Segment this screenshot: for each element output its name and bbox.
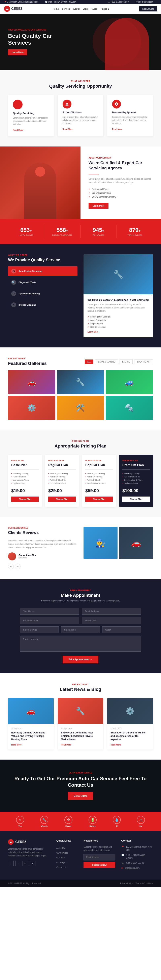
- pricing-btn-2[interactable]: Choose Plan: [85, 496, 113, 502]
- service-item-2[interactable]: ○ Tyre/wheel Cleaning: [8, 289, 78, 298]
- footer-terms-link[interactable]: Terms & Conditions: [135, 882, 153, 885]
- gallery-tab-all[interactable]: ALL: [85, 360, 94, 364]
- service-item-label-3: Interior Cleaning: [19, 304, 36, 306]
- blog-card-meta-0: 25 May, 2023: [11, 727, 51, 729]
- newsletter-subscribe-button[interactable]: Subscribe Now: [83, 862, 115, 868]
- blog-card-2: ⚙️ 27 May, 2023 Education of US self as …: [107, 698, 153, 749]
- testimonial-next-button[interactable]: →: [15, 564, 21, 569]
- stat-1: 558+ Projects Complete: [44, 225, 81, 238]
- quality-read-more-0[interactable]: Read More: [13, 129, 23, 131]
- gallery-tab-engine[interactable]: ENGINE: [120, 360, 132, 364]
- newsletter-email-input[interactable]: [83, 854, 115, 861]
- appointment-form: Take Appointment →: [20, 608, 141, 663]
- form-message-textarea[interactable]: [20, 636, 141, 652]
- services-read-more-link[interactable]: Learn More: [88, 331, 99, 333]
- pricing-btn-3[interactable]: Choose Plan: [122, 496, 150, 502]
- form-row-2: [20, 617, 141, 624]
- quality-cards-container: Quality Servicing Lorem ipsum dolor sit …: [8, 95, 153, 137]
- pricing-feature-3-2: 2x Lubrication & Filters: [122, 479, 150, 482]
- service-item-1[interactable]: 🔍 Diagnostic Tests: [8, 277, 78, 287]
- blog-card-title-1: Base Fresh Combining New Efficient Leade…: [61, 731, 100, 741]
- footer-link-3: Our Projects: [56, 860, 78, 865]
- services-right: 🔧 We Have 20 Years Of Experience in Car …: [83, 254, 153, 337]
- gallery-item-5[interactable]: 🔩: [106, 396, 153, 420]
- hours-text: 🕐 Mon - Friday: 8:00am - 6:00pm: [45, 1, 78, 3]
- get-quote-button[interactable]: Get A Quote: [139, 6, 157, 11]
- testimonial-prev-button[interactable]: ←: [8, 564, 14, 569]
- gallery-item-3[interactable]: ⚙️: [8, 396, 55, 420]
- blog-read-more-0[interactable]: Read More: [11, 744, 22, 746]
- gallery-title-group: Recent Work Featured Galleries: [8, 358, 47, 366]
- gallery-header: Recent Work Featured Galleries ALL BRAKE…: [8, 358, 153, 366]
- testimonials-title: Clients Reviews: [8, 530, 78, 535]
- form-date-input[interactable]: [82, 617, 141, 624]
- services-image: 🔧: [83, 254, 153, 294]
- form-service-input[interactable]: [20, 626, 59, 633]
- services-section: What We Offer We Provide Quality Service…: [0, 244, 161, 347]
- about-learn-more-button[interactable]: Learn More: [89, 203, 108, 209]
- gallery-item-0[interactable]: 🚗: [8, 370, 55, 394]
- quality-read-more-1[interactable]: Read More: [62, 128, 73, 130]
- social-twitter-button[interactable]: t: [15, 861, 21, 866]
- phone-icon: 📞: [121, 862, 124, 864]
- hero-content: Professional Auto Car Servicing Best Qua…: [8, 29, 69, 55]
- footer-links-list: About Us Our Services Our Team Our Proje…: [56, 845, 78, 869]
- services-check-0: Lorem Ipsum Dolor Sit: [88, 315, 149, 318]
- form-extra-input[interactable]: [102, 626, 141, 633]
- pricing-feature-0-2: Lubrication & Filters: [11, 479, 39, 482]
- nav-blog[interactable]: Blog: [83, 8, 88, 10]
- testimonial-img-0: 👨‍🔧: [83, 527, 118, 559]
- footer-address-text: 172 Ocean Drive, Miami New York: [126, 845, 153, 851]
- testimonial-img-1: 🚗: [119, 527, 153, 559]
- gallery-item-4[interactable]: 🛠️: [57, 396, 104, 420]
- pricing-btn-0[interactable]: Choose Plan: [11, 496, 39, 502]
- quality-read-more-2[interactable]: Read More: [112, 128, 122, 130]
- footer-icon-label-1: Wrench: [41, 825, 48, 827]
- form-name-input[interactable]: [20, 608, 79, 615]
- nav-pages2[interactable]: Pages 2: [100, 8, 109, 10]
- gallery-item-1[interactable]: 🔧: [57, 370, 104, 394]
- blog-read-more-1[interactable]: Read More: [61, 744, 71, 746]
- footer-link-about[interactable]: About Us: [56, 847, 65, 849]
- footer-newsletter-desc: Subscribe to our newsletter and stay upd…: [83, 845, 115, 852]
- service-item-0[interactable]: ⚙ Auto Engine Servicing: [8, 266, 78, 276]
- pricing-plan-label-2: Popular Plan: [85, 460, 113, 462]
- nav-about[interactable]: About: [73, 8, 80, 10]
- testimonials-label: Our Testimonials: [8, 527, 78, 529]
- pricing-feature-1-1: Auto Body Painting: [48, 475, 76, 479]
- social-youtube-button[interactable]: yt: [30, 861, 35, 866]
- pricing-btn-1[interactable]: Choose Plan: [48, 496, 76, 502]
- blog-card-content-1: 26 May, 2023 Base Fresh Combining New Ef…: [58, 724, 104, 749]
- pricing-feature-2-3: 2x Lubrication & Filters: [85, 482, 113, 485]
- quality-label: What We Offer: [8, 80, 153, 83]
- footer-newsletter-col: Newsletters Subscribe to our newsletter …: [83, 839, 115, 872]
- settings-icon: [114, 102, 119, 106]
- form-phone-input[interactable]: [20, 617, 79, 624]
- email-text: ✉ info@gerez.com: [136, 1, 155, 3]
- form-time-input[interactable]: [61, 626, 100, 633]
- pricing-plan-label-0: Basic Plan: [11, 460, 39, 462]
- nav-service[interactable]: Service: [62, 8, 70, 10]
- about-list-item-2: Quality Servicing Company: [89, 195, 153, 199]
- footer-link-contact[interactable]: Contact Us: [56, 866, 66, 869]
- gallery-tab-body[interactable]: BODY REPAIR: [134, 360, 153, 364]
- footer-privacy-link[interactable]: Privacy Policy: [120, 882, 132, 885]
- gallery-item-2[interactable]: 🚙: [106, 370, 153, 394]
- cta-button[interactable]: Get A Quote: [68, 792, 93, 800]
- blog-read-more-2[interactable]: Read More: [110, 744, 121, 746]
- footer-link-projects[interactable]: Our Projects: [56, 861, 68, 864]
- form-email-input[interactable]: [82, 608, 141, 615]
- hero-cta-button[interactable]: Learn More: [8, 49, 27, 55]
- footer-link-services[interactable]: Our Services: [56, 852, 68, 854]
- stat-number-1: 558+: [46, 227, 78, 233]
- nav-home[interactable]: Home: [53, 8, 59, 10]
- appointment-submit-button[interactable]: Take Appointment →: [62, 655, 99, 663]
- social-linkedin-button[interactable]: in: [22, 861, 28, 866]
- service-item-3[interactable]: ✦ Interior Cleaning: [8, 300, 78, 310]
- gallery-tab-brake[interactable]: BRAKE CLEANING: [95, 360, 118, 364]
- social-facebook-button[interactable]: f: [8, 861, 14, 866]
- nav-pages[interactable]: Pages: [91, 8, 97, 10]
- quality-card-0: Quality Servicing Lorem ipsum dolor sit …: [8, 95, 54, 137]
- footer-link-team[interactable]: Our Team: [56, 857, 65, 859]
- pricing-label: Pricing Plan: [8, 440, 153, 442]
